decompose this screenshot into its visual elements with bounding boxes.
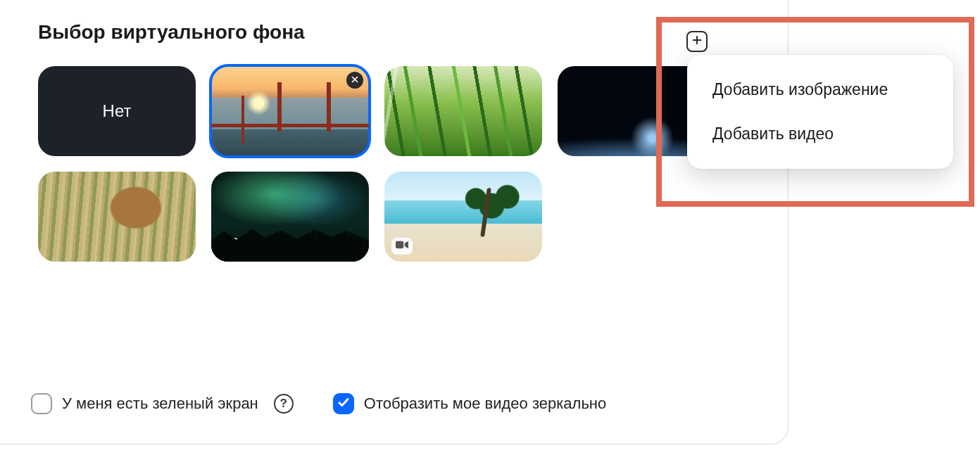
mirror-video-option[interactable]: Отобразить мое видео зеркально	[333, 393, 606, 414]
background-option-none[interactable]: Нет	[38, 66, 196, 156]
svg-rect-5	[396, 241, 403, 249]
close-icon	[351, 75, 359, 86]
menu-item-add-image[interactable]: Добавить изображение	[687, 68, 953, 112]
section-title: Выбор виртуального фона	[38, 21, 753, 44]
green-screen-option[interactable]: У меня есть зеленый экран ?	[31, 393, 294, 414]
none-label: Нет	[103, 101, 132, 121]
options-row: У меня есть зеленый экран ? Отобразить м…	[31, 393, 606, 414]
menu-item-add-video[interactable]: Добавить видео	[687, 112, 953, 156]
green-screen-checkbox[interactable]	[31, 393, 52, 414]
svg-rect-4	[222, 241, 230, 249]
background-option-beach[interactable]	[384, 172, 542, 262]
add-background-button[interactable]	[686, 31, 708, 52]
background-option-wildlife[interactable]	[38, 172, 196, 262]
virtual-background-panel: Выбор виртуального фона Нет	[0, 0, 789, 444]
video-icon	[222, 240, 235, 252]
video-icon	[396, 240, 408, 252]
mirror-video-checkbox[interactable]	[333, 393, 354, 414]
plus-icon	[691, 34, 703, 49]
help-icon[interactable]: ?	[274, 394, 294, 414]
check-icon	[337, 395, 350, 413]
background-option-grass[interactable]	[384, 66, 542, 156]
background-option-aurora[interactable]	[211, 172, 369, 262]
background-grid: Нет	[38, 66, 715, 262]
video-badge	[391, 238, 413, 255]
video-badge	[218, 238, 239, 255]
background-option-golden-gate[interactable]	[211, 66, 369, 156]
add-background-menu: Добавить изображение Добавить видео	[687, 55, 953, 169]
green-screen-label: У меня есть зеленый экран	[62, 395, 258, 413]
mirror-video-label: Отобразить мое видео зеркально	[364, 395, 606, 413]
remove-background-button[interactable]	[346, 72, 363, 89]
